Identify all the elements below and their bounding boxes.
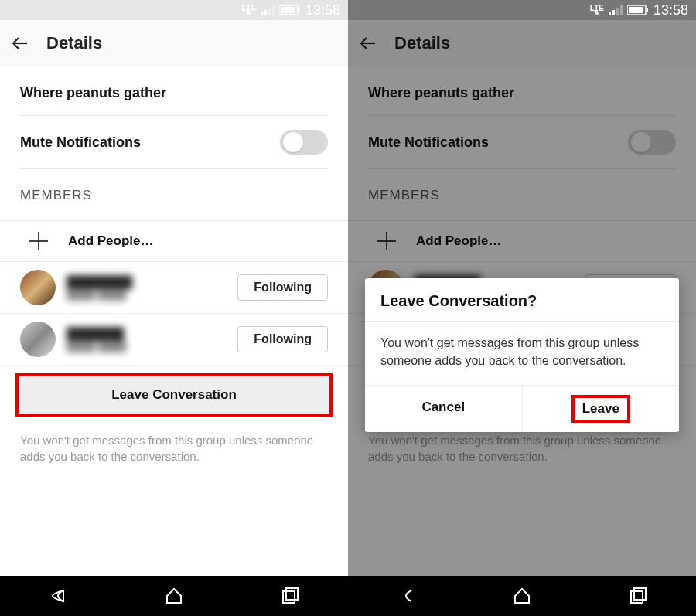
svg-rect-22 [631,591,643,603]
phone-right: LTE⇅ 13:58 Details Where peanuts gather [348,0,696,616]
nav-back-icon[interactable] [396,586,416,606]
dialog-leave-button[interactable]: Leave [522,386,680,432]
header-bar: Details [0,20,348,66]
back-arrow-icon[interactable] [11,34,29,53]
add-people-label: Add People… [416,233,502,249]
nav-recent-icon[interactable] [628,586,648,606]
dialog-cancel-button[interactable]: Cancel [365,386,522,432]
leave-confirmation-dialog: Leave Conversation? You won't get messag… [365,278,679,432]
status-bar: LTE⇅ 13:58 [0,0,348,20]
svg-rect-11 [286,588,298,600]
add-people-row: Add People… [348,221,696,262]
nav-home-icon[interactable] [164,586,184,606]
phone-left: LTE⇅ 13:58 Details Where peanuts gather [0,0,348,616]
battery-icon [627,5,649,15]
clock: 13:58 [653,2,688,19]
plus-icon [376,230,397,252]
battery-icon [279,5,301,15]
svg-rect-6 [299,8,300,12]
details-body: Where peanuts gather Mute Notifications … [0,66,348,576]
nav-recent-icon[interactable] [280,586,300,606]
avatar [20,322,56,357]
add-people-label: Add People… [68,233,154,249]
member-info: ███████ ████ ████ [67,327,227,352]
leave-footer-text: You won't get messages from this group u… [0,424,348,488]
svg-rect-13 [612,10,615,15]
add-people-row[interactable]: Add People… [0,221,348,262]
nav-home-icon[interactable] [512,586,532,606]
toggle-knob [631,132,651,152]
following-button[interactable]: Following [237,326,328,352]
member-row[interactable]: ███████ ████ ████ Following [0,314,348,366]
android-nav-bar [0,576,348,616]
svg-rect-0 [261,12,263,15]
dialog-body: You won't get messages from this group u… [365,322,679,385]
svg-rect-12 [609,12,611,15]
svg-rect-10 [283,591,295,603]
toggle-knob [283,132,303,152]
svg-rect-23 [634,588,646,600]
header-bar: Details [348,20,696,66]
back-arrow-icon[interactable] [359,34,377,53]
svg-rect-1 [264,10,267,15]
plus-icon [28,230,49,252]
signal-icon [261,5,275,15]
mute-toggle [628,130,676,155]
leave-conversation-button[interactable]: Leave Conversation [17,375,331,415]
svg-rect-18 [647,8,648,12]
page-title: Details [394,33,450,53]
members-section-header: MEMBERS [20,188,328,211]
mute-notifications-label: Mute Notifications [368,134,489,151]
details-body-dimmed: Where peanuts gather Mute Notifications … [348,66,696,576]
clock: 13:58 [305,2,340,19]
conversation-name[interactable]: Where peanuts gather [20,85,328,101]
mute-toggle[interactable] [280,130,328,155]
mute-notifications-label: Mute Notifications [20,134,141,151]
svg-rect-15 [620,5,623,15]
conversation-name: Where peanuts gather [368,85,676,101]
svg-rect-17 [629,7,643,13]
dialog-title: Leave Conversation? [365,278,679,322]
member-info: ████████ ████ ████ [67,275,227,300]
leave-footer-text: You won't get messages from this group u… [348,424,696,488]
android-nav-bar [348,576,696,616]
page-title: Details [46,33,102,53]
network-lte-icon: LTE⇅ [590,5,604,15]
network-lte-icon: LTE⇅ [242,5,256,15]
nav-back-icon[interactable] [48,586,68,606]
svg-rect-14 [616,8,619,15]
signal-icon [609,5,623,15]
member-row[interactable]: ████████ ████ ████ Following [0,262,348,314]
svg-rect-3 [272,5,275,15]
avatar [20,270,56,305]
status-bar: LTE⇅ 13:58 [348,0,696,20]
members-section-header: MEMBERS [368,188,676,211]
following-button[interactable]: Following [237,274,328,301]
svg-rect-2 [268,8,271,15]
svg-rect-5 [281,7,295,13]
